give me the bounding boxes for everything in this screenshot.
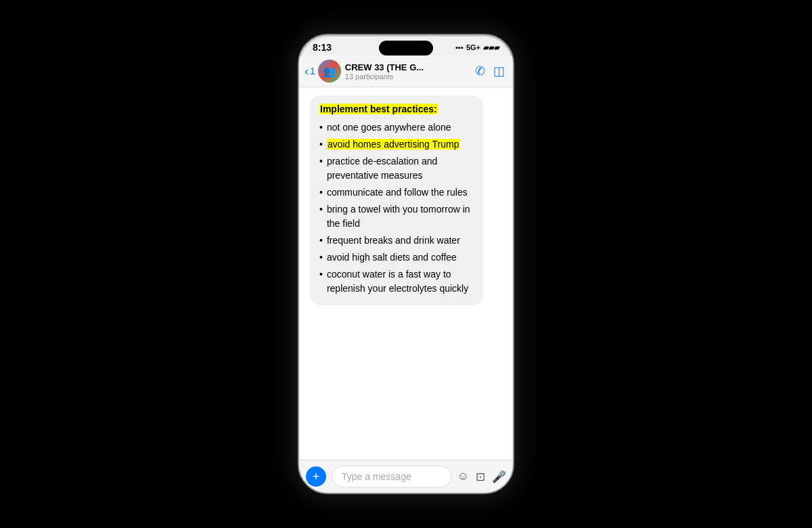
list-item: communicate and follow the rules bbox=[319, 185, 474, 200]
list-item: frequent breaks and drink water bbox=[319, 234, 474, 248]
nav-bar: ‹ 1 👥 CREW 33 (THE G... 13 participants … bbox=[299, 56, 513, 87]
list-item: avoid homes advertising Trump bbox=[319, 137, 474, 152]
message-title: Implement best practices: bbox=[319, 102, 474, 116]
list-item: bring a towel with you tomorrow in the f… bbox=[319, 202, 474, 231]
camera-icon[interactable]: ⊡ bbox=[476, 470, 485, 484]
bullet-text: bring a towel with you tomorrow in the f… bbox=[327, 202, 474, 231]
mic-icon[interactable]: 🎤 bbox=[492, 470, 506, 484]
plus-icon: + bbox=[313, 470, 320, 484]
nav-actions: ✆ ◫ bbox=[475, 64, 505, 79]
signal-icon: ▪▪▪ bbox=[455, 43, 464, 51]
bullet-list: not one goes anywhere alone avoid homes … bbox=[319, 120, 474, 296]
bullet-text: avoid high salt diets and coffee bbox=[327, 250, 457, 265]
message-placeholder: Type a message bbox=[342, 471, 411, 482]
list-item: coconut water is a fast way to replenish… bbox=[319, 267, 474, 296]
emoji-icon[interactable]: ☺ bbox=[457, 470, 469, 483]
back-button[interactable]: ‹ 1 bbox=[304, 65, 315, 77]
messages-area: Implement best practices: not one goes a… bbox=[299, 87, 513, 460]
list-item: practice de-escalation and preventative … bbox=[319, 154, 474, 183]
phone-frame: 8:13 ▪▪▪ 5G+ ▰▰▰ ‹ 1 👥 CREW 33 (THE G...… bbox=[298, 34, 514, 494]
back-count: 1 bbox=[310, 66, 315, 76]
input-bar: + Type a message ☺ ⊡ 🎤 bbox=[299, 460, 513, 493]
group-avatar-icon: 👥 bbox=[323, 65, 336, 78]
bullet-text: practice de-escalation and preventative … bbox=[327, 154, 474, 183]
participant-count: 13 participants bbox=[345, 72, 475, 81]
network-type: 5G+ bbox=[466, 43, 480, 51]
status-icons: ▪▪▪ 5G+ ▰▰▰ bbox=[455, 43, 499, 52]
nav-title-area[interactable]: CREW 33 (THE G... 13 participants bbox=[345, 62, 475, 81]
list-item: avoid high salt diets and coffee bbox=[319, 250, 474, 265]
chevron-back-icon: ‹ bbox=[304, 65, 309, 77]
bullet-text: coconut water is a fast way to replenish… bbox=[327, 267, 474, 296]
input-icon-group: ☺ ⊡ 🎤 bbox=[457, 470, 506, 484]
bullet-text: frequent breaks and drink water bbox=[327, 234, 460, 248]
bullet-text: communicate and follow the rules bbox=[327, 185, 468, 200]
chat-title: CREW 33 (THE G... bbox=[345, 62, 475, 72]
add-button[interactable]: + bbox=[306, 466, 326, 487]
message-input[interactable]: Type a message bbox=[332, 466, 452, 487]
list-item: not one goes anywhere alone bbox=[319, 120, 474, 135]
video-icon[interactable]: ◫ bbox=[493, 64, 505, 79]
phone-icon[interactable]: ✆ bbox=[475, 64, 485, 79]
battery-icon: ▰▰▰ bbox=[483, 43, 499, 52]
status-time: 8:13 bbox=[313, 42, 332, 53]
bullet-text: not one goes anywhere alone bbox=[327, 120, 451, 135]
dynamic-island bbox=[379, 41, 433, 56]
message-bubble: Implement best practices: not one goes a… bbox=[310, 95, 483, 305]
title-highlighted: Implement best practices: bbox=[319, 104, 438, 114]
bullet-text: avoid homes advertising Trump bbox=[327, 137, 460, 152]
group-avatar[interactable]: 👥 bbox=[318, 60, 341, 83]
